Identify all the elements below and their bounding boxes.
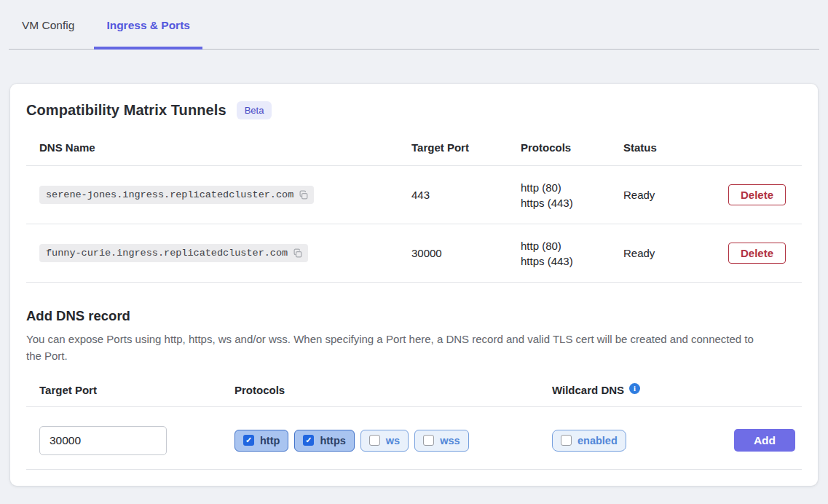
tab-ingress-ports[interactable]: Ingress & Ports bbox=[94, 19, 202, 49]
dns-cell: serene-jones.ingress.replicatedcluster.c… bbox=[26, 186, 411, 204]
table-row: funny-curie.ingress.replicatedcluster.co… bbox=[26, 224, 802, 283]
info-icon[interactable]: i bbox=[629, 383, 640, 394]
dns-name-text: serene-jones.ingress.replicatedcluster.c… bbox=[46, 189, 293, 200]
form-header-target-port: Target Port bbox=[26, 384, 234, 396]
target-port-cell: 443 bbox=[411, 189, 521, 201]
form-header-wildcard-dns: Wildcard DNS i bbox=[552, 384, 734, 396]
checkbox-http[interactable]: ✓ http bbox=[234, 430, 288, 452]
table-header-row: DNS Name Target Port Protocols Status bbox=[26, 141, 802, 166]
checkbox-unchecked-icon bbox=[423, 435, 434, 446]
delete-button[interactable]: Delete bbox=[728, 184, 786, 205]
checkbox-label: wss bbox=[440, 435, 460, 446]
header-protocols: Protocols bbox=[521, 141, 623, 154]
actions-cell: Delete bbox=[728, 243, 802, 264]
target-port-cell: 30000 bbox=[411, 247, 521, 259]
checkbox-checked-icon: ✓ bbox=[243, 435, 254, 446]
protocol-line: http (80) bbox=[521, 180, 623, 195]
beta-badge: Beta bbox=[237, 101, 272, 119]
protocol-line: https (443) bbox=[521, 195, 623, 210]
add-form-row: ✓ http ✓ https ws wss enabled Add bbox=[26, 407, 802, 470]
protocols-cell: http (80) https (443) bbox=[521, 180, 623, 210]
wildcard-field-wrap: enabled bbox=[552, 430, 734, 452]
tunnels-card: Compatibility Matrix Tunnels Beta DNS Na… bbox=[10, 84, 818, 486]
delete-button[interactable]: Delete bbox=[728, 243, 786, 264]
add-dns-record-description: You can expose Ports using http, https, … bbox=[26, 331, 769, 365]
checkbox-unchecked-icon bbox=[561, 435, 572, 446]
checkbox-label: https bbox=[320, 435, 345, 446]
add-button-wrap: Add bbox=[734, 429, 811, 452]
add-form-header-row: Target Port Protocols Wildcard DNS i bbox=[26, 384, 802, 407]
checkbox-label: enabled bbox=[577, 435, 618, 446]
copy-icon[interactable] bbox=[293, 248, 303, 259]
copy-icon[interactable] bbox=[299, 190, 309, 200]
dns-name-text: funny-curie.ingress.replicatedcluster.co… bbox=[46, 248, 288, 259]
tab-bar: VM Config Ingress & Ports bbox=[9, 0, 819, 50]
status-cell: Ready bbox=[623, 189, 725, 201]
checkbox-unchecked-icon bbox=[369, 435, 380, 446]
checkbox-wss[interactable]: wss bbox=[414, 430, 468, 452]
checkbox-label: http bbox=[260, 435, 280, 446]
add-dns-record-title: Add DNS record bbox=[26, 308, 802, 324]
checkbox-https[interactable]: ✓ https bbox=[294, 430, 354, 452]
checkbox-checked-icon: ✓ bbox=[303, 435, 314, 446]
protocol-line: https (443) bbox=[521, 253, 623, 269]
checkbox-ws[interactable]: ws bbox=[360, 430, 409, 452]
add-button[interactable]: Add bbox=[734, 429, 795, 452]
header-status: Status bbox=[623, 141, 725, 154]
dns-name-pill: serene-jones.ingress.replicatedcluster.c… bbox=[39, 186, 314, 204]
tab-vm-config[interactable]: VM Config bbox=[9, 19, 87, 49]
protocol-checkbox-group: ✓ http ✓ https ws wss bbox=[234, 430, 552, 452]
header-target-port: Target Port bbox=[411, 141, 521, 154]
table-row: serene-jones.ingress.replicatedcluster.c… bbox=[26, 166, 802, 224]
card-title: Compatibility Matrix Tunnels bbox=[26, 102, 226, 119]
wildcard-dns-label: Wildcard DNS bbox=[552, 384, 624, 396]
status-cell: Ready bbox=[623, 247, 725, 259]
tunnels-table: DNS Name Target Port Protocols Status se… bbox=[26, 141, 802, 283]
actions-cell: Delete bbox=[728, 184, 802, 205]
header-dns-name: DNS Name bbox=[26, 141, 411, 154]
protocols-cell: http (80) https (443) bbox=[521, 238, 623, 269]
protocol-line: http (80) bbox=[521, 238, 623, 253]
dns-cell: funny-curie.ingress.replicatedcluster.co… bbox=[26, 244, 411, 262]
form-header-protocols: Protocols bbox=[234, 384, 552, 396]
target-port-field-wrap bbox=[26, 426, 234, 455]
checkbox-wildcard-enabled[interactable]: enabled bbox=[552, 430, 626, 452]
checkbox-label: ws bbox=[386, 435, 400, 446]
card-title-row: Compatibility Matrix Tunnels Beta bbox=[26, 101, 802, 119]
dns-name-pill: funny-curie.ingress.replicatedcluster.co… bbox=[39, 244, 308, 262]
target-port-input[interactable] bbox=[39, 426, 167, 455]
